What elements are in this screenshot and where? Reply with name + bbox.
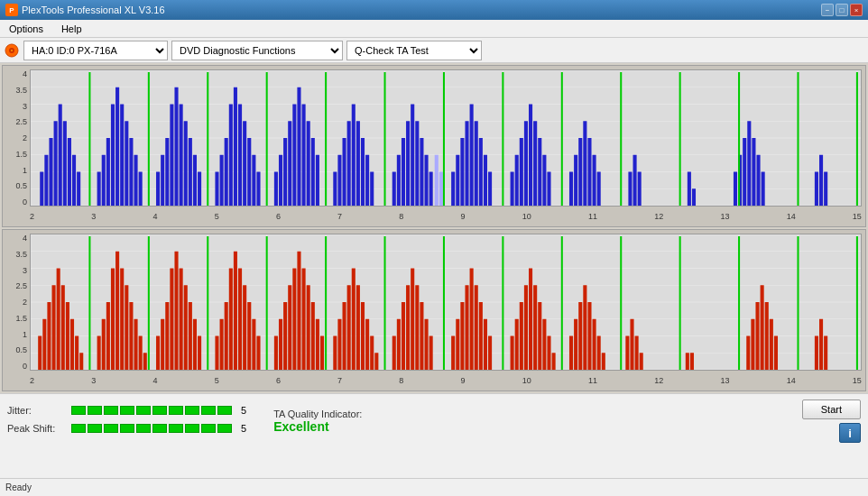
peakshift-led-bar — [71, 424, 232, 433]
chart-red: 4 3.5 3 2.5 2 1.5 1 0.5 0 — [2, 229, 866, 391]
minimize-button[interactable]: − — [821, 4, 834, 16]
svg-rect-239 — [370, 336, 374, 371]
svg-rect-285 — [640, 353, 643, 370]
peakshift-led-9 — [201, 424, 216, 433]
svg-rect-252 — [451, 336, 455, 371]
peakshift-value: 5 — [241, 423, 246, 434]
chart-red-x-axis: 2 3 4 5 6 7 8 9 10 11 12 13 14 15 — [30, 372, 862, 389]
svg-rect-89 — [370, 172, 374, 207]
svg-rect-174 — [38, 336, 42, 371]
svg-rect-87 — [361, 138, 365, 206]
svg-rect-234 — [347, 285, 351, 370]
svg-rect-131 — [633, 155, 637, 206]
svg-rect-125 — [578, 138, 582, 206]
svg-rect-120 — [542, 155, 546, 206]
svg-rect-95 — [411, 105, 414, 207]
svg-rect-184 — [88, 236, 90, 370]
svg-rect-33 — [68, 138, 71, 206]
test-dropdown[interactable]: Q-Check TA Test — [346, 41, 482, 60]
start-button[interactable]: Start — [802, 400, 861, 419]
svg-rect-217 — [256, 336, 260, 371]
function-dropdown[interactable]: DVD Diagnostic Functions — [171, 41, 343, 60]
svg-rect-235 — [352, 269, 356, 371]
svg-rect-203 — [184, 285, 188, 370]
svg-rect-62 — [229, 105, 233, 207]
maximize-button[interactable]: □ — [836, 4, 848, 16]
svg-rect-229 — [320, 336, 324, 371]
peakshift-led-1 — [71, 424, 86, 433]
svg-rect-50 — [165, 138, 169, 206]
svg-rect-282 — [625, 336, 629, 371]
svg-rect-202 — [180, 269, 183, 371]
jitter-led-7 — [169, 406, 183, 415]
svg-rect-56 — [193, 155, 197, 206]
svg-rect-83 — [343, 138, 346, 206]
jitter-value: 5 — [241, 405, 246, 416]
peakshift-led-10 — [217, 424, 232, 433]
svg-rect-227 — [311, 302, 315, 370]
svg-rect-80 — [325, 72, 327, 206]
svg-rect-99 — [429, 172, 433, 207]
svg-rect-63 — [234, 87, 237, 206]
svg-rect-58 — [207, 72, 208, 206]
svg-rect-127 — [587, 138, 591, 206]
svg-rect-77 — [307, 121, 310, 206]
info-button[interactable]: i — [839, 423, 861, 443]
jitter-led-2 — [88, 406, 102, 415]
svg-rect-121 — [547, 172, 550, 207]
svg-rect-46 — [139, 172, 143, 207]
svg-rect-207 — [207, 236, 208, 370]
svg-rect-94 — [406, 121, 410, 206]
svg-rect-195 — [143, 353, 147, 370]
svg-rect-123 — [569, 172, 573, 207]
svg-rect-36 — [88, 72, 90, 206]
ta-quality-label: TA Quality Indicator: — [273, 409, 362, 419]
svg-rect-260 — [488, 336, 492, 371]
svg-rect-208 — [215, 336, 218, 371]
svg-rect-111 — [488, 172, 492, 207]
menu-help[interactable]: Help — [56, 22, 88, 36]
svg-rect-192 — [129, 302, 133, 370]
drive-selector: HA:0 ID:0 PX-716A — [4, 41, 168, 60]
svg-rect-35 — [77, 172, 80, 207]
svg-rect-181 — [70, 319, 74, 370]
svg-rect-190 — [120, 269, 124, 371]
chart-blue-y-axis: 4 3.5 3 2.5 2 1.5 1 0.5 0 — [3, 69, 30, 207]
svg-rect-148 — [797, 72, 799, 206]
window-controls: − □ × — [821, 4, 863, 16]
svg-rect-134 — [688, 172, 691, 207]
svg-rect-140 — [747, 121, 751, 206]
title-bar: P PlexTools Professional XL V3.16 − □ × — [0, 0, 868, 20]
drive-dropdown[interactable]: HA:0 ID:0 PX-716A — [23, 41, 168, 60]
svg-rect-279 — [597, 336, 601, 371]
peakshift-led-6 — [152, 424, 167, 433]
svg-rect-272 — [561, 236, 563, 370]
chart-blue-inner — [30, 69, 862, 207]
svg-rect-289 — [738, 236, 740, 370]
chart-blue-svg — [31, 70, 861, 206]
svg-rect-248 — [420, 302, 423, 370]
svg-rect-102 — [443, 72, 445, 206]
svg-rect-186 — [102, 319, 106, 370]
svg-rect-101 — [439, 172, 443, 207]
svg-rect-38 — [102, 155, 106, 206]
svg-rect-55 — [189, 138, 192, 206]
svg-rect-258 — [479, 302, 483, 370]
close-button[interactable]: × — [850, 4, 863, 16]
svg-rect-129 — [597, 172, 601, 207]
svg-rect-230 — [325, 236, 327, 370]
svg-rect-301 — [856, 236, 858, 370]
jitter-label: Jitter: — [7, 405, 66, 416]
svg-rect-196 — [148, 236, 150, 370]
svg-rect-233 — [343, 302, 346, 370]
svg-rect-177 — [52, 285, 56, 370]
svg-rect-180 — [66, 302, 69, 370]
svg-rect-117 — [529, 105, 532, 207]
svg-rect-273 — [569, 336, 573, 371]
svg-rect-228 — [316, 319, 319, 370]
svg-rect-76 — [302, 105, 306, 207]
svg-rect-86 — [356, 121, 360, 206]
menu-options[interactable]: Options — [4, 22, 49, 36]
svg-rect-226 — [307, 285, 310, 370]
svg-rect-296 — [774, 336, 778, 371]
